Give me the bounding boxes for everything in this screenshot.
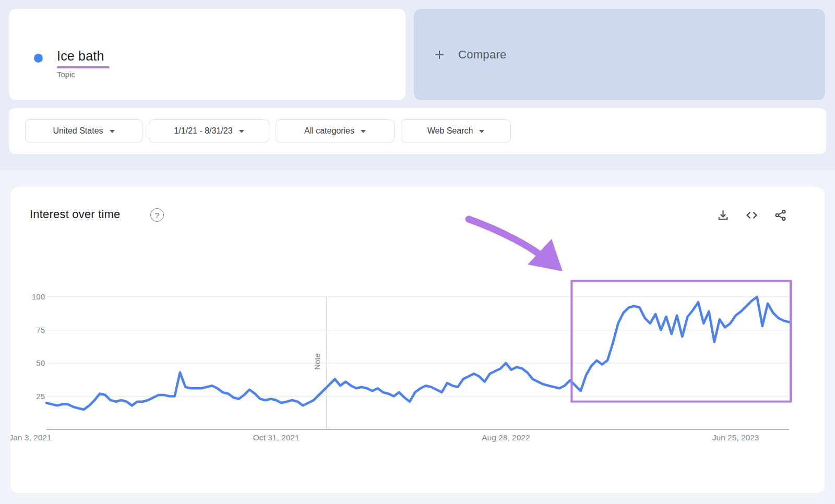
category-filter-dropdown[interactable]: All categories [276, 119, 395, 142]
compare-add-button[interactable]: Compare [414, 9, 825, 100]
purple-arrow-annotation [469, 219, 563, 271]
date-range-filter-dropdown[interactable]: 1/1/21 - 8/31/23 [149, 119, 269, 142]
svg-text:Oct 31, 2021: Oct 31, 2021 [253, 433, 300, 442]
svg-text:25: 25 [36, 392, 45, 401]
search-type-filter-label: Web Search [427, 126, 473, 136]
chevron-down-icon [361, 130, 366, 133]
region-filter-label: United States [53, 126, 103, 136]
search-term-underline [57, 66, 110, 68]
google-trends-page: Ice bath Topic Compare United States 1/1… [0, 0, 835, 504]
series-color-dot [34, 54, 43, 63]
svg-text:Jan 3, 2021: Jan 3, 2021 [10, 433, 52, 442]
search-term-card[interactable]: Ice bath Topic [9, 9, 405, 100]
search-term-label[interactable]: Ice bath [57, 49, 104, 64]
x-axis-labels: Jan 3, 2021 Oct 31, 2021 Aug 28, 2022 Ju… [10, 433, 759, 442]
y-axis-labels: 100 75 50 25 [32, 292, 45, 401]
svg-text:100: 100 [32, 292, 45, 301]
trend-line-series [46, 297, 789, 410]
interest-over-time-chart: 100 75 50 25 Jan 3, 2021 Oct 31, 2021 Au… [10, 187, 825, 493]
chevron-down-icon [479, 130, 484, 133]
compare-label: Compare [458, 48, 507, 62]
plus-icon [433, 49, 446, 61]
category-filter-label: All categories [304, 126, 354, 136]
note-marker-label[interactable]: Note [313, 353, 321, 370]
y-gridlines [46, 297, 789, 397]
date-range-filter-label: 1/1/21 - 8/31/23 [174, 126, 232, 136]
chevron-down-icon [239, 130, 244, 133]
svg-text:75: 75 [36, 326, 45, 334]
svg-text:50: 50 [36, 358, 45, 367]
filter-bar: United States 1/1/21 - 8/31/23 All categ… [9, 108, 826, 154]
search-type-filter-dropdown[interactable]: Web Search [401, 119, 511, 142]
region-filter-dropdown[interactable]: United States [25, 119, 142, 142]
svg-text:Jun 25, 2023: Jun 25, 2023 [712, 433, 759, 442]
search-term-type: Topic [57, 70, 75, 79]
svg-text:Aug 28, 2022: Aug 28, 2022 [482, 433, 530, 442]
chevron-down-icon [110, 130, 115, 133]
interest-over-time-card: Interest over time ? [10, 187, 825, 493]
